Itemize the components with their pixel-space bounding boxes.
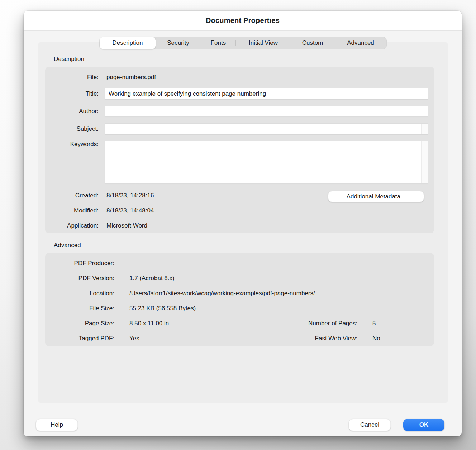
tab-security[interactable]: Security (156, 37, 201, 49)
tab-fonts-label: Fonts (211, 39, 226, 47)
application-label: Application: (45, 222, 99, 229)
keywords-label: Keywords: (45, 141, 99, 148)
tab-custom[interactable]: Custom (291, 37, 334, 49)
advanced-section-title: Advanced (54, 242, 81, 249)
created-label: Created: (45, 192, 99, 199)
cancel-button-label: Cancel (360, 421, 379, 429)
tab-fonts[interactable]: Fonts (201, 37, 235, 49)
advanced-group: PDF Producer: PDF Version: 1.7 (Acrobat … (45, 253, 434, 346)
help-button-label: Help (51, 421, 63, 429)
page-size-label: Page Size: (45, 320, 114, 327)
file-size-value: 55.23 KB (56,558 Bytes) (129, 305, 196, 312)
subject-field-frame (105, 123, 428, 134)
ok-button[interactable]: OK (403, 419, 444, 431)
tab-advanced-label: Advanced (347, 39, 374, 47)
description-group: File: page-numbers.pdf Title: Author: Su… (45, 67, 434, 233)
cancel-button[interactable]: Cancel (349, 419, 391, 431)
page-size-value: 8.50 x 11.00 in (129, 320, 169, 327)
tab-custom-label: Custom (302, 39, 323, 47)
fast-web-view-value: No (372, 335, 380, 342)
titlebar: Document Properties (24, 11, 462, 31)
window-title: Document Properties (206, 16, 280, 25)
tab-initial-view-label: Initial View (249, 39, 278, 47)
pdf-version-value: 1.7 (Acrobat 8.x) (129, 275, 175, 282)
title-input[interactable] (105, 88, 428, 99)
additional-metadata-button-label: Additional Metadata... (347, 193, 405, 200)
tagged-pdf-label: Tagged PDF: (45, 335, 114, 342)
application-value: Microsoft Word (106, 222, 147, 229)
keywords-field-frame (105, 141, 428, 184)
number-of-pages-label: Number of Pages: (261, 320, 357, 327)
pdf-version-label: PDF Version: (45, 275, 114, 282)
number-of-pages-value: 5 (372, 320, 376, 327)
file-size-label: File Size: (45, 305, 114, 312)
tab-description-label: Description (112, 39, 143, 47)
tab-advanced[interactable]: Advanced (334, 37, 387, 49)
keywords-scrollbar-track (421, 141, 428, 183)
pdf-producer-label: PDF Producer: (45, 260, 114, 267)
description-section-title: Description (54, 56, 84, 63)
additional-metadata-button[interactable]: Additional Metadata... (328, 191, 424, 202)
tagged-pdf-value: Yes (129, 335, 139, 342)
help-button[interactable]: Help (36, 419, 78, 431)
subject-label: Subject: (45, 125, 99, 133)
keywords-textarea[interactable] (105, 141, 420, 183)
created-value: 8/18/23, 14:28:16 (106, 192, 154, 199)
location-value: /Users/fstorr1/sites-work/wcag/working-e… (129, 290, 315, 297)
tab-security-label: Security (167, 39, 189, 47)
tab-description[interactable]: Description (100, 37, 156, 49)
author-label: Author: (45, 108, 99, 115)
subject-scrollbar-track (421, 124, 428, 134)
location-label: Location: (45, 290, 114, 297)
author-field-frame (105, 106, 428, 117)
document-properties-dialog: Document Properties Description Security… (24, 11, 462, 436)
subject-input[interactable] (105, 124, 420, 134)
file-value: page-numbers.pdf (106, 74, 156, 81)
author-input[interactable] (105, 106, 428, 116)
title-field-frame (105, 88, 428, 99)
file-label: File: (45, 74, 99, 81)
content-panel: Description File: page-numbers.pdf Title… (38, 42, 448, 403)
modified-value: 8/18/23, 14:48:04 (106, 207, 154, 214)
title-label: Title: (45, 90, 99, 97)
modified-label: Modified: (45, 207, 99, 214)
fast-web-view-label: Fast Web View: (261, 335, 357, 342)
tab-bar: Description Security Fonts Initial View … (100, 37, 387, 49)
ok-button-label: OK (419, 421, 429, 429)
tab-initial-view[interactable]: Initial View (236, 37, 291, 49)
